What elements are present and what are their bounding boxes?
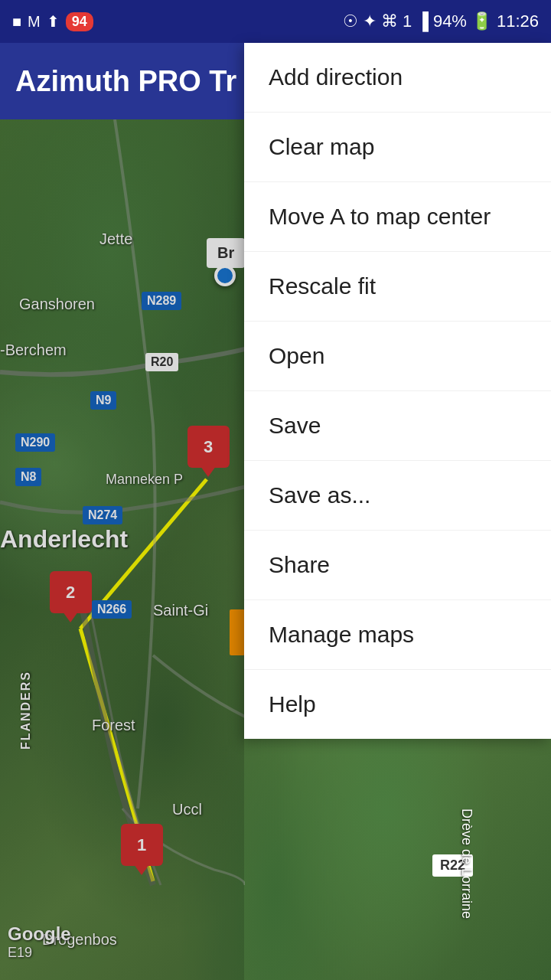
gps-icon: ☉ xyxy=(343,11,358,31)
menu-item-save[interactable]: Save xyxy=(244,391,551,461)
status-left-icons: ■ M ⬆ 94 xyxy=(12,12,93,31)
battery-icon: 🔋 xyxy=(471,11,492,31)
gmail-icon: M xyxy=(28,13,41,31)
dropdown-menu: Add direction Clear map Move A to map ce… xyxy=(244,43,551,739)
notification-count: 94 xyxy=(66,12,93,31)
map-dim-overlay[interactable] xyxy=(0,119,244,980)
status-bar: ■ M ⬆ 94 ☉ ✦ ⌘ 1 ▐ 94% 🔋 11:26 xyxy=(0,0,551,43)
clock: 11:26 xyxy=(497,11,539,31)
upload-icon: ⬆ xyxy=(47,12,60,31)
battery-text: 94% xyxy=(433,11,467,31)
signal-icon: ▐ xyxy=(416,11,429,31)
menu-item-share[interactable]: Share xyxy=(244,531,551,600)
menu-item-help[interactable]: Help xyxy=(244,670,551,739)
menu-item-rescale-fit[interactable]: Rescale fit xyxy=(244,252,551,322)
dreve-label: Drève de Lorraine xyxy=(458,808,474,919)
menu-item-manage-maps[interactable]: Manage maps xyxy=(244,600,551,670)
full-page: ■ M ⬆ 94 ☉ ✦ ⌘ 1 ▐ 94% 🔋 11:26 xyxy=(0,0,551,980)
menu-item-clear-map[interactable]: Clear map xyxy=(244,113,551,182)
menu-item-save-as[interactable]: Save as... xyxy=(244,461,551,531)
status-right-icons: ☉ ✦ ⌘ 1 ▐ 94% 🔋 11:26 xyxy=(343,11,539,31)
bluetooth-icon: ✦ xyxy=(363,11,377,31)
pocket-icon: ■ xyxy=(12,13,21,31)
menu-item-open[interactable]: Open xyxy=(244,322,551,391)
sim-icon: 1 xyxy=(403,11,412,31)
menu-item-move-a-center[interactable]: Move A to map center xyxy=(244,182,551,252)
app-title: Azimuth PRO Tr xyxy=(15,65,236,98)
wifi-icon: ⌘ xyxy=(381,11,398,31)
menu-item-add-direction[interactable]: Add direction xyxy=(244,43,551,113)
